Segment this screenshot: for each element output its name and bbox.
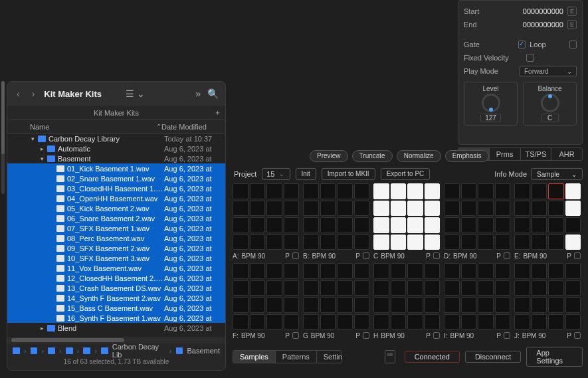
pad[interactable] [565, 263, 581, 279]
pad[interactable] [565, 297, 581, 313]
pad[interactable] [233, 297, 248, 313]
pad[interactable] [284, 314, 300, 330]
pad[interactable] [425, 280, 441, 296]
pad[interactable] [532, 263, 547, 279]
path-crumb-icon[interactable] [13, 347, 20, 354]
bank-checkbox[interactable] [574, 252, 581, 259]
pad[interactable] [495, 314, 511, 330]
init-button[interactable]: Init [296, 168, 316, 180]
scrollbar-thumb[interactable] [1, 81, 5, 154]
pad[interactable] [444, 217, 460, 233]
add-tab-button[interactable]: ＋ [214, 108, 221, 118]
app-settings-button[interactable]: App Settings [526, 347, 583, 367]
pad[interactable] [495, 201, 511, 217]
pad[interactable] [444, 201, 460, 217]
file-row[interactable]: 08_Perc Basement.wavAug 6, 2023 at [7, 233, 225, 243]
pad[interactable] [303, 280, 319, 296]
pad[interactable] [233, 201, 248, 217]
pad[interactable] [478, 217, 494, 233]
pad[interactable] [478, 297, 494, 313]
pad[interactable] [532, 235, 547, 250]
pad[interactable] [407, 183, 423, 199]
pad[interactable] [514, 201, 530, 217]
pad[interactable] [320, 280, 336, 296]
pad[interactable] [303, 217, 319, 233]
pad[interactable] [320, 235, 336, 250]
pad[interactable] [250, 201, 266, 217]
file-row[interactable]: 15_Bass C Basement.wavAug 6, 2023 at [7, 303, 225, 313]
pad[interactable] [373, 280, 389, 296]
end-edit-button[interactable]: E [567, 20, 577, 29]
pad[interactable] [514, 314, 530, 330]
pad[interactable] [532, 217, 547, 233]
file-row[interactable]: 05_Kick Basement 2.wavAug 6, 2023 at [7, 203, 225, 213]
pad[interactable] [444, 183, 460, 199]
pad[interactable] [337, 235, 353, 250]
pad[interactable] [407, 297, 423, 313]
pad[interactable] [373, 263, 389, 279]
pad[interactable] [337, 314, 353, 330]
pad[interactable] [250, 183, 266, 199]
pad[interactable] [514, 217, 530, 233]
file-row[interactable]: 06_Snare Basement 2.wavAug 6, 2023 at [7, 213, 225, 223]
horizontal-scrollbar[interactable] [7, 337, 225, 343]
pad[interactable] [495, 297, 511, 313]
bank-checkbox[interactable] [363, 252, 369, 259]
pad[interactable] [478, 263, 494, 279]
pad[interactable] [320, 297, 336, 313]
footer-tab-samples[interactable]: Samples [233, 351, 276, 363]
pad[interactable] [548, 235, 564, 250]
footer-tab-patterns[interactable]: Patterns [276, 351, 317, 363]
pad[interactable] [250, 235, 266, 250]
pad[interactable] [532, 314, 547, 330]
pad[interactable] [391, 263, 407, 279]
pad[interactable] [373, 235, 389, 250]
pad[interactable] [514, 183, 530, 199]
pad[interactable] [354, 201, 370, 217]
folder-row[interactable]: ▸AutomaticAug 6, 2023 at [7, 143, 225, 153]
pad[interactable] [514, 263, 530, 279]
pad[interactable] [565, 201, 581, 217]
file-row[interactable]: 14_Synth F Basement 2.wavAug 6, 2023 at [7, 293, 225, 303]
pad[interactable] [303, 183, 319, 199]
pad[interactable] [266, 280, 282, 296]
path-crumb-icon[interactable] [83, 347, 90, 354]
info-mode-select[interactable]: Sample ⌄ [531, 168, 583, 180]
pad[interactable] [266, 201, 282, 217]
pad[interactable] [495, 235, 511, 250]
pad[interactable] [373, 297, 389, 313]
pad[interactable] [303, 263, 319, 279]
pad[interactable] [354, 280, 370, 296]
file-row[interactable]: 02_Snare Basement 1.wavAug 6, 2023 at [7, 173, 225, 183]
pad[interactable] [284, 297, 300, 313]
path-crumb-icon[interactable] [31, 347, 38, 354]
pad[interactable] [565, 280, 581, 296]
scrollbar-thumb[interactable] [11, 338, 124, 342]
pad[interactable] [250, 263, 266, 279]
pad[interactable] [461, 263, 477, 279]
pad[interactable] [320, 183, 336, 199]
file-row[interactable]: 10_SFX Basement 3.wavAug 6, 2023 at [7, 253, 225, 263]
pad[interactable] [354, 314, 370, 330]
pad[interactable] [461, 217, 477, 233]
pad[interactable] [354, 297, 370, 313]
pad[interactable] [266, 297, 282, 313]
path-crumb[interactable]: Carbon Decay Lib [112, 343, 165, 358]
column-name[interactable]: Name [30, 123, 153, 131]
window-scrollbar[interactable] [1, 81, 5, 194]
fixed-velocity-checkbox[interactable] [526, 54, 534, 62]
bank-checkbox[interactable] [574, 332, 581, 339]
pad[interactable] [407, 263, 423, 279]
file-row[interactable]: 11_Vox Basement.wavAug 6, 2023 at [7, 263, 225, 273]
path-crumb-icon[interactable] [48, 347, 55, 354]
tab-ahr[interactable]: AHR [551, 148, 582, 160]
project-select[interactable]: 15 ⌄ [262, 168, 290, 180]
disconnect-button[interactable]: Disconnect [465, 351, 521, 363]
pad[interactable] [233, 314, 248, 330]
pad[interactable] [337, 183, 353, 199]
path-crumb-icon[interactable] [66, 347, 73, 354]
pad[interactable] [548, 297, 564, 313]
pad[interactable] [391, 201, 407, 217]
finder-file-list[interactable]: ▾Carbon Decay LibraryToday at 10:37▸Auto… [7, 134, 225, 337]
path-crumb[interactable]: Basement [187, 347, 220, 355]
